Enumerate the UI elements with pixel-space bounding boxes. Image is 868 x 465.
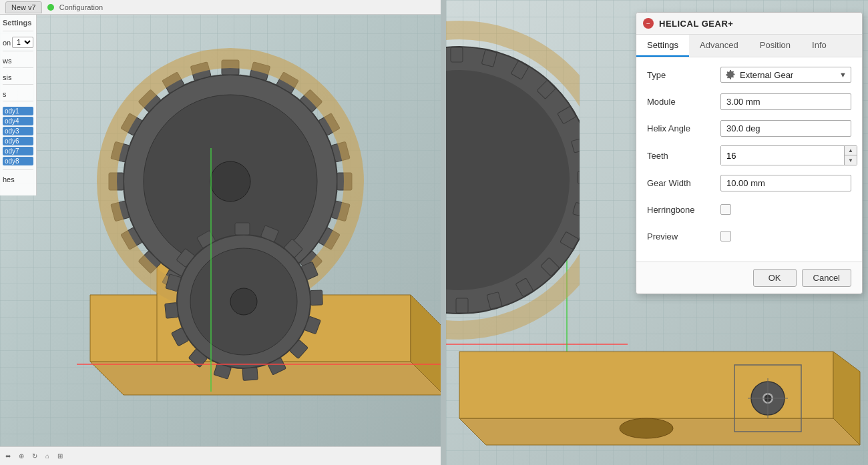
helix-angle-control[interactable]	[720, 120, 851, 137]
tab-position[interactable]: Position	[749, 35, 801, 57]
tab-label[interactable]: New v7	[5, 1, 42, 13]
teeth-spinners: ▲ ▼	[844, 146, 857, 165]
axis-section: sis	[3, 73, 33, 85]
svg-rect-56	[578, 171, 580, 183]
bottom-right-icon	[701, 332, 835, 465]
gear-width-control[interactable]	[720, 175, 851, 191]
preview-checkbox-wrapper	[720, 231, 851, 242]
gear-type-icon	[725, 69, 736, 80]
views-label: ws	[3, 57, 11, 65]
dialog-header: − HELICAL GEAR+	[636, 13, 862, 35]
type-dropdown[interactable]: External Gear ▼	[720, 67, 851, 83]
gear-width-row: Gear Width	[647, 173, 851, 192]
tab-info[interactable]: Info	[801, 35, 837, 57]
status-dot	[47, 4, 54, 11]
module-row: Module	[647, 92, 851, 111]
herringbone-checkbox-wrapper	[720, 204, 851, 215]
center-gap	[441, 0, 446, 465]
on-label: on	[3, 39, 11, 47]
on-select[interactable]: 1	[12, 37, 33, 48]
body-chip-1[interactable]: ody1	[3, 107, 33, 115]
dialog-body: Type External Gear ▼ Module	[636, 57, 862, 262]
config-label: Configuration	[59, 3, 103, 11]
s-section: s	[3, 90, 33, 101]
meshes-section: hes	[3, 175, 33, 186]
teeth-input[interactable]	[721, 146, 844, 165]
meshes-label: hes	[3, 175, 15, 183]
type-control[interactable]: External Gear ▼	[720, 67, 851, 83]
type-label: Type	[647, 70, 720, 80]
left-sidebar: Settings on 1 ws sis s ody1 ody4 ody3 od…	[0, 15, 37, 195]
svg-rect-62	[451, 47, 463, 62]
type-value: External Gear	[740, 70, 835, 80]
dialog-footer: OK Cancel	[636, 262, 862, 294]
teeth-down-button[interactable]: ▼	[845, 155, 857, 165]
gear-svg	[37, 15, 441, 445]
herringbone-row: Herringbone	[647, 200, 851, 219]
bottom-icon-rotate[interactable]: ↻	[32, 452, 37, 460]
teeth-up-button[interactable]: ▲	[845, 146, 857, 155]
top-bar: New v7 Configuration	[0, 0, 441, 15]
module-input[interactable]	[720, 93, 851, 110]
on-section: on 1	[3, 37, 33, 51]
s-label: s	[3, 90, 7, 98]
left-viewport: New v7 Configuration Settings on 1 ws si…	[0, 0, 441, 465]
svg-rect-49	[165, 303, 178, 319]
bottom-icon-measure[interactable]: ⊞	[57, 452, 63, 460]
gear-width-label: Gear Width	[647, 178, 720, 188]
right-viewport: − HELICAL GEAR+ Settings Advanced Positi…	[446, 0, 868, 465]
gear-scene	[37, 15, 441, 445]
x-axis-line	[77, 364, 441, 365]
herringbone-label: Herringbone	[647, 205, 720, 215]
teeth-row: Teeth ▲ ▼	[647, 145, 851, 165]
ok-button[interactable]: OK	[753, 269, 797, 287]
preview-label: Preview	[647, 231, 720, 242]
views-section: ws	[3, 57, 33, 68]
bodies-section: ody1 ody4 ody3 ody6 ody7 ody8	[3, 107, 33, 170]
helix-angle-row: Helix Angle	[647, 119, 851, 137]
bottom-icon-home[interactable]: ⌂	[45, 452, 49, 460]
dialog-close-button[interactable]: −	[643, 18, 654, 29]
tab-advanced[interactable]: Advanced	[689, 35, 749, 57]
dialog-title: HELICAL GEAR+	[659, 19, 733, 29]
settings-label: Settings	[3, 19, 33, 27]
body-chip-5[interactable]: ody7	[3, 147, 33, 155]
helix-angle-label: Helix Angle	[647, 123, 720, 133]
settings-section: Settings	[3, 19, 33, 31]
module-label: Module	[647, 97, 720, 107]
svg-rect-37	[235, 223, 250, 235]
axis-label: sis	[3, 73, 11, 81]
bottom-icon-zoom[interactable]: ⊕	[19, 452, 24, 460]
svg-rect-41	[310, 290, 322, 306]
type-row: Type External Gear ▼	[647, 65, 851, 84]
teeth-label: Teeth	[647, 151, 720, 161]
body-chip-3[interactable]: ody3	[3, 127, 33, 135]
bottom-icon-pan[interactable]: ⬌	[5, 452, 11, 460]
preview-row: Preview	[647, 227, 851, 246]
gear-width-input[interactable]	[720, 175, 851, 191]
herringbone-checkbox[interactable]	[720, 204, 731, 215]
cancel-button[interactable]: Cancel	[802, 269, 851, 287]
body-chip-2[interactable]: ody4	[3, 117, 33, 125]
bottom-bar: ⬌ ⊕ ↻ ⌂ ⊞	[0, 446, 441, 465]
body-chip-6[interactable]: ody8	[3, 157, 33, 165]
svg-point-36	[230, 288, 257, 315]
svg-point-74	[620, 418, 673, 438]
module-control[interactable]	[720, 93, 851, 110]
on-dropdown-row: on 1	[3, 37, 33, 48]
svg-marker-0	[90, 362, 441, 395]
dialog-panel: − HELICAL GEAR+ Settings Advanced Positi…	[636, 12, 863, 294]
preview-control[interactable]	[720, 231, 851, 242]
svg-point-8	[210, 161, 250, 201]
svg-rect-45	[242, 368, 258, 380]
teeth-control[interactable]: ▲ ▼	[720, 145, 857, 165]
y-axis-line	[210, 148, 212, 392]
type-dropdown-arrow: ▼	[839, 71, 847, 79]
helix-angle-input[interactable]	[720, 120, 851, 137]
tab-settings[interactable]: Settings	[636, 35, 689, 57]
teeth-spinner-wrapper: ▲ ▼	[720, 145, 857, 165]
dialog-tabs: Settings Advanced Position Info	[636, 35, 862, 57]
preview-checkbox[interactable]	[720, 231, 731, 242]
body-chip-4[interactable]: ody6	[3, 137, 33, 145]
herringbone-control[interactable]	[720, 204, 851, 215]
